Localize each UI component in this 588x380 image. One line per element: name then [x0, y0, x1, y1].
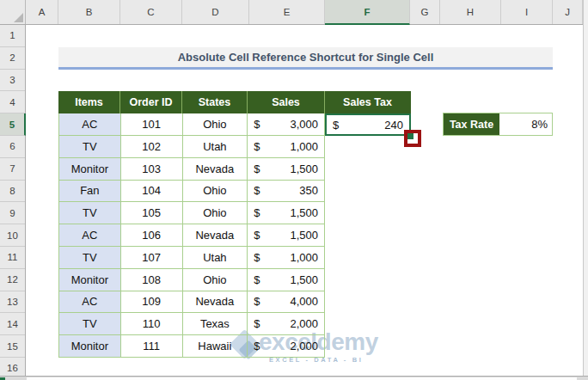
cell-order-id[interactable]: 104 — [121, 181, 183, 203]
row-header-12[interactable]: 12 — [0, 269, 25, 291]
annotation-red-box — [404, 130, 421, 147]
column-header-j[interactable]: J — [553, 0, 583, 24]
row-header-6[interactable]: 6 — [0, 136, 25, 158]
sales-value: 1,000 — [290, 140, 318, 153]
sales-tax-value: 240 — [384, 119, 403, 132]
header-sales[interactable]: Sales — [248, 91, 325, 113]
column-header-c[interactable]: C — [120, 0, 182, 24]
cell-order-id[interactable]: 102 — [121, 136, 183, 158]
cell-sales[interactable]: $4,000 — [248, 291, 325, 314]
cell-order-id[interactable]: 111 — [121, 335, 183, 358]
sales-value: 4,000 — [290, 295, 318, 308]
cell-sales[interactable]: $3,000 — [248, 113, 325, 136]
sales-value: 1,500 — [290, 162, 318, 175]
cell-state[interactable]: Utah — [183, 136, 248, 158]
currency-symbol: $ — [254, 184, 260, 197]
currency-symbol: $ — [333, 119, 339, 132]
cell-sales[interactable]: $2,000 — [248, 335, 325, 358]
row-header-8[interactable]: 8 — [0, 181, 25, 203]
cell-state[interactable]: Nevada — [183, 224, 248, 247]
header-order-id[interactable]: Order ID — [120, 91, 182, 113]
header-states[interactable]: States — [182, 91, 248, 113]
column-header-e[interactable]: E — [249, 0, 325, 24]
sales-value: 2,000 — [290, 317, 318, 330]
select-all-corner[interactable] — [0, 0, 26, 24]
cell-item[interactable]: TV — [59, 202, 121, 224]
header-sales-tax[interactable]: Sales Tax — [325, 91, 411, 113]
sales-value: 2,000 — [290, 340, 318, 352]
row-header-15[interactable]: 15 — [0, 335, 25, 358]
cell-order-id[interactable]: 106 — [121, 224, 183, 247]
cell-order-id[interactable]: 107 — [121, 247, 183, 269]
sales-value: 1,000 — [290, 251, 318, 264]
table-row: TV 107 Utah $1,000 — [58, 247, 325, 269]
column-header-h[interactable]: H — [440, 0, 501, 24]
cell-item[interactable]: AC — [59, 113, 121, 136]
tax-rate-label-cell[interactable]: Tax Rate — [444, 113, 499, 135]
sales-value: 1,500 — [290, 229, 318, 242]
column-header-g[interactable]: G — [410, 0, 440, 24]
cell-state[interactable]: Nevada — [183, 158, 248, 181]
cell-item[interactable]: TV — [59, 313, 121, 335]
currency-symbol: $ — [254, 295, 260, 308]
cell-item[interactable]: AC — [59, 224, 121, 247]
cell-state[interactable]: Ohio — [183, 269, 248, 291]
header-items[interactable]: Items — [58, 91, 120, 113]
currency-symbol: $ — [254, 118, 260, 131]
cell-sales[interactable]: $1,500 — [248, 269, 325, 291]
cell-order-id[interactable]: 101 — [121, 113, 183, 136]
tax-rate-value-cell[interactable]: 8% — [499, 113, 552, 135]
row-header-3[interactable]: 3 — [0, 70, 25, 92]
row-header-2[interactable]: 2 — [0, 47, 25, 70]
row-header-7[interactable]: 7 — [0, 158, 25, 181]
tax-rate-group: Tax Rate 8% — [443, 113, 553, 136]
cell-state[interactable]: Nevada — [183, 291, 248, 314]
cell-item[interactable]: Monitor — [59, 269, 121, 291]
row-header-5-selected[interactable]: 5 — [0, 113, 26, 136]
cell-order-id[interactable]: 105 — [121, 202, 183, 224]
horizontal-scrollbar[interactable] — [0, 376, 588, 380]
column-header-i[interactable]: I — [501, 0, 553, 24]
cell-order-id[interactable]: 103 — [121, 158, 183, 181]
cell-order-id[interactable]: 109 — [121, 291, 183, 314]
row-header-1[interactable]: 1 — [0, 25, 25, 47]
row-header-9[interactable]: 9 — [0, 202, 25, 224]
cell-sales[interactable]: $1,500 — [248, 202, 325, 224]
column-header-d[interactable]: D — [182, 0, 249, 24]
row-header-13[interactable]: 13 — [0, 291, 25, 314]
cell-state[interactable]: Texas — [183, 313, 248, 335]
currency-symbol: $ — [254, 340, 260, 352]
row-header-14[interactable]: 14 — [0, 313, 25, 335]
column-header-f-selected[interactable]: F — [325, 0, 410, 25]
column-header-a[interactable]: A — [26, 0, 58, 24]
cell-state[interactable]: Ohio — [183, 113, 248, 136]
cell-order-id[interactable]: 110 — [121, 313, 183, 335]
cell-order-id[interactable]: 108 — [121, 269, 183, 291]
cell-item[interactable]: AC — [59, 291, 121, 314]
column-header-b[interactable]: B — [58, 0, 120, 24]
row-header-4[interactable]: 4 — [0, 91, 25, 113]
cell-state[interactable]: Utah — [183, 247, 248, 269]
cell-item[interactable]: TV — [59, 136, 121, 158]
title-banner-cell[interactable]: Absolute Cell Reference Shortcut for Sin… — [58, 47, 553, 70]
cell-sales[interactable]: $1,000 — [248, 247, 325, 269]
cell-sales[interactable]: $1,500 — [248, 158, 325, 181]
row-header-11[interactable]: 11 — [0, 247, 25, 269]
cell-sales[interactable]: $1,000 — [248, 136, 325, 158]
cell-item[interactable]: Monitor — [59, 335, 121, 358]
cell-sales[interactable]: $350 — [248, 181, 325, 203]
table-row: Monitor 103 Nevada $1,500 — [58, 158, 325, 181]
cell-item[interactable]: TV — [59, 247, 121, 269]
cell-sales[interactable]: $2,000 — [248, 313, 325, 335]
table-row: AC 101 Ohio $3,000 — [58, 113, 325, 136]
cell-item[interactable]: Monitor — [59, 158, 121, 181]
row-header-10[interactable]: 10 — [0, 224, 25, 247]
vertical-scrollbar[interactable] — [583, 0, 588, 380]
selected-cell-f5[interactable]: $ 240 — [325, 113, 411, 136]
cell-state[interactable]: Ohio — [183, 181, 248, 203]
column-header-strip: A B C D E F G H I J — [0, 0, 583, 25]
cell-state[interactable]: Ohio — [183, 202, 248, 224]
cell-item[interactable]: Fan — [59, 181, 121, 203]
cell-sales[interactable]: $1,500 — [248, 224, 325, 247]
cell-state[interactable]: Hawaii — [183, 335, 248, 358]
